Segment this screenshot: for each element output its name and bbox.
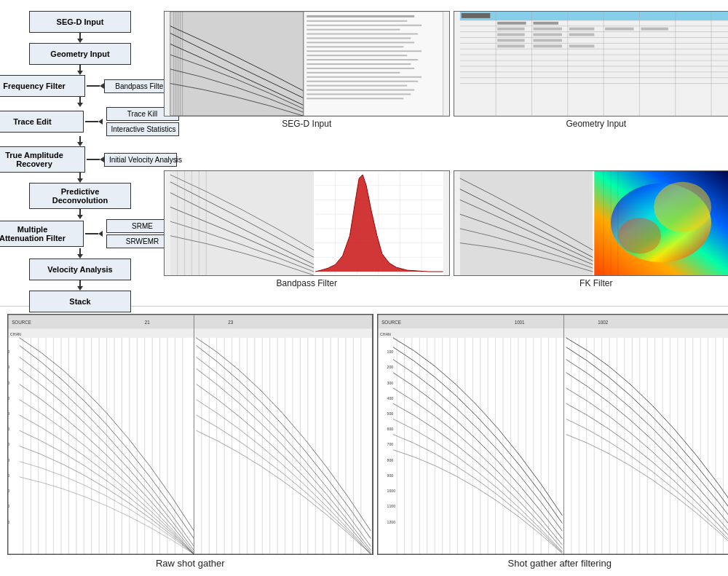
svg-point-90 bbox=[617, 218, 660, 253]
flow-box-pred-deconv[interactable]: PredictiveDeconvolution bbox=[29, 183, 131, 209]
svg-text:700: 700 bbox=[387, 442, 393, 446]
svg-rect-10 bbox=[306, 25, 422, 26]
svg-rect-50 bbox=[461, 13, 489, 18]
svg-rect-9 bbox=[306, 20, 407, 22]
filtered-seismic-svg: SOURCE 1001 1002 CHAN 100 200 300 400 50… bbox=[378, 315, 729, 554]
svg-text:CHAN: CHAN bbox=[380, 332, 391, 336]
flowchart-wrapper: SEG-D Input Geometry Input Frequency Fil… bbox=[7, 11, 153, 312]
flow-center: MultipleAttenuation Filter bbox=[0, 221, 84, 247]
svg-rect-59 bbox=[533, 33, 561, 36]
flow-node-segd: SEG-D Input bbox=[7, 11, 153, 43]
panel-label-bandpass: Bandpass Filter bbox=[277, 278, 337, 288]
svg-rect-18 bbox=[306, 59, 418, 60]
flow-node-true-amp: True AmplitudeRecovery Initial Velocity … bbox=[7, 146, 153, 173]
svg-rect-95 bbox=[8, 315, 373, 328]
flow-box-frequency[interactable]: Frequency Filter bbox=[0, 75, 85, 97]
svg-rect-1 bbox=[170, 12, 303, 116]
svg-rect-12 bbox=[306, 33, 418, 35]
panel-geometry: Geometry Input bbox=[454, 11, 729, 167]
svg-rect-65 bbox=[569, 44, 594, 47]
svg-text:400: 400 bbox=[387, 396, 393, 401]
arrow-line bbox=[79, 136, 81, 142]
flow-box-velocity[interactable]: Velocity Analysis bbox=[29, 259, 131, 280]
svg-text:1002: 1002 bbox=[598, 320, 608, 325]
panel-label-geometry: Geometry Input bbox=[566, 119, 626, 129]
svg-rect-17 bbox=[306, 55, 407, 56]
right-panels: SEG-D Input bbox=[160, 7, 728, 330]
bandpass-svg bbox=[165, 171, 449, 275]
svg-rect-64 bbox=[533, 44, 561, 47]
flow-box-trace-edit[interactable]: Trace Edit bbox=[0, 111, 84, 133]
flow-node-pred-deconv: PredictiveDeconvolution bbox=[7, 183, 153, 219]
horiz-line bbox=[87, 159, 100, 160]
flow-box-segd[interactable]: SEG-D Input bbox=[29, 11, 131, 33]
svg-text:200: 200 bbox=[387, 365, 393, 369]
bottom-panel-filtered: SOURCE 1001 1002 CHAN 100 200 300 400 50… bbox=[377, 314, 729, 569]
svg-rect-54 bbox=[533, 28, 561, 31]
svg-rect-23 bbox=[306, 81, 418, 82]
bottom-panel-raw: SOURCE 21 23 CHAN 100 200 300 400 500 60… bbox=[7, 314, 373, 569]
arrow-line bbox=[79, 280, 81, 286]
svg-point-89 bbox=[654, 182, 711, 232]
svg-text:900: 900 bbox=[387, 473, 393, 478]
svg-rect-29 bbox=[459, 12, 728, 116]
horiz-line bbox=[87, 85, 100, 87]
svg-rect-62 bbox=[533, 39, 561, 42]
flow-node-trace-edit: Trace Edit Trace Kill Interactive Statis… bbox=[7, 107, 153, 136]
svg-text:1000: 1000 bbox=[387, 489, 395, 493]
panel-fk: FK Filter bbox=[454, 170, 729, 326]
fk-svg bbox=[454, 171, 729, 275]
horiz-line bbox=[85, 233, 98, 234]
svg-rect-56 bbox=[605, 28, 633, 31]
svg-text:300: 300 bbox=[387, 380, 393, 384]
flow-box-multiple-att[interactable]: MultipleAttenuation Filter bbox=[0, 221, 84, 247]
flow-box-geometry[interactable]: Geometry Input bbox=[29, 43, 131, 65]
svg-rect-11 bbox=[306, 29, 400, 31]
flow-node-frequency: Frequency Filter Bandpass Filter bbox=[7, 75, 153, 97]
flow-node-velocity: Velocity Analysis bbox=[7, 259, 153, 291]
svg-text:100: 100 bbox=[387, 350, 393, 354]
svg-rect-60 bbox=[569, 33, 594, 36]
svg-rect-30 bbox=[459, 12, 728, 20]
svg-text:1200: 1200 bbox=[387, 520, 395, 524]
svg-text:SOURCE: SOURCE bbox=[12, 320, 31, 325]
arrow-line bbox=[79, 65, 81, 71]
svg-text:600: 600 bbox=[387, 427, 393, 431]
svg-text:SOURCE: SOURCE bbox=[381, 320, 401, 325]
panel-image-bandpass bbox=[164, 170, 450, 276]
arrow-line bbox=[79, 248, 81, 254]
flowchart-panel: SEG-D Input Geometry Input Frequency Fil… bbox=[7, 7, 153, 330]
svg-rect-86 bbox=[459, 171, 592, 275]
svg-rect-94 bbox=[8, 315, 373, 554]
arrow-line bbox=[79, 97, 81, 103]
top-section: SEG-D Input Geometry Input Frequency Fil… bbox=[0, 0, 728, 306]
arrow-line bbox=[79, 173, 81, 178]
svg-rect-100 bbox=[8, 328, 373, 338]
svg-rect-19 bbox=[306, 63, 411, 65]
svg-rect-14 bbox=[306, 42, 414, 43]
flow-node-geometry: Geometry Input bbox=[7, 43, 153, 75]
svg-text:1001: 1001 bbox=[514, 320, 524, 325]
filtered-shot-label: Shot gather after filtering bbox=[508, 558, 612, 569]
segd-svg bbox=[165, 12, 449, 116]
panel-image-fk bbox=[454, 170, 729, 276]
svg-rect-161 bbox=[378, 315, 729, 328]
svg-rect-61 bbox=[497, 39, 524, 42]
svg-rect-165 bbox=[378, 328, 729, 338]
flow-box-stack[interactable]: Stack bbox=[29, 291, 131, 312]
svg-text:500: 500 bbox=[387, 411, 393, 416]
svg-text:21: 21 bbox=[145, 320, 150, 325]
svg-rect-22 bbox=[306, 76, 422, 78]
panel-bandpass: Bandpass Filter bbox=[164, 170, 450, 326]
svg-rect-21 bbox=[306, 72, 400, 74]
main-container: SEG-D Input Geometry Input Frequency Fil… bbox=[0, 0, 728, 576]
flow-box-true-amp[interactable]: True AmplitudeRecovery bbox=[0, 146, 85, 173]
svg-rect-58 bbox=[497, 33, 524, 36]
filtered-shot-gather-image: SOURCE 1001 1002 CHAN 100 200 300 400 50… bbox=[377, 314, 729, 555]
flow-node-multiple-att: MultipleAttenuation Filter SRME SRWEMR bbox=[7, 219, 153, 248]
svg-rect-27 bbox=[306, 98, 403, 99]
svg-rect-55 bbox=[569, 28, 594, 31]
panel-label-segd: SEG-D Input bbox=[282, 119, 331, 129]
raw-seismic-svg: SOURCE 21 23 CHAN 100 200 300 400 500 60… bbox=[8, 315, 373, 554]
flow-center: True AmplitudeRecovery bbox=[0, 146, 85, 173]
